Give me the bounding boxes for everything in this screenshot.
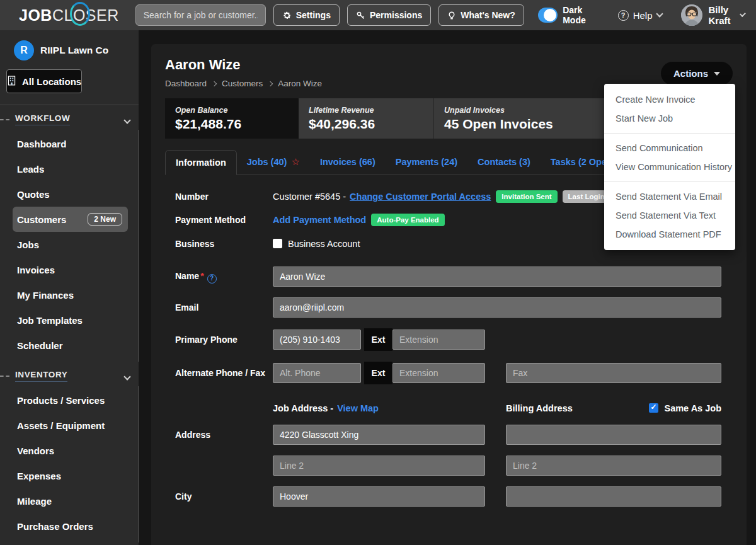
key-icon xyxy=(356,11,365,20)
billing-address-input[interactable] xyxy=(506,425,721,445)
tab-jobs[interactable]: Jobs (40) ☆ xyxy=(237,150,310,175)
email-input[interactable] xyxy=(273,297,721,318)
sidebar-item-purchase-orders[interactable]: Purchase Orders xyxy=(13,513,128,539)
dark-mode-toggle[interactable] xyxy=(538,8,558,23)
chevron-down-icon xyxy=(656,10,663,17)
actions-dropdown-menu: Create New Invoice Start New Job Send Co… xyxy=(604,84,735,250)
primary-phone-label: Primary Phone xyxy=(175,333,273,346)
name-label: Name*? xyxy=(175,270,273,284)
tab-label: Payments (24) xyxy=(396,157,457,167)
breadcrumb-dashboard[interactable]: Dashboard xyxy=(165,79,207,88)
section-header-management[interactable]: MANAGEMENT xyxy=(0,542,139,545)
business-account-checkbox[interactable] xyxy=(273,239,282,248)
chevron-right-icon xyxy=(212,81,217,86)
add-payment-method-link[interactable]: Add Payment Method xyxy=(273,215,366,225)
sidebar-item-mileage[interactable]: Mileage xyxy=(13,488,128,513)
name-input[interactable] xyxy=(273,267,721,287)
billing-line2-input[interactable] xyxy=(506,456,721,476)
sidebar-item-scheduler[interactable]: Scheduler xyxy=(13,333,128,358)
job-city-input[interactable] xyxy=(273,486,485,507)
menu-item-send-communication[interactable]: Send Communication xyxy=(604,139,735,158)
actions-button[interactable]: Actions xyxy=(661,62,733,85)
section-header-inventory[interactable]: INVENTORY xyxy=(0,362,139,386)
help-menu[interactable]: ? Help xyxy=(618,10,662,21)
menu-item-send-statement-email[interactable]: Send Statement Via Email xyxy=(604,187,735,206)
sidebar-item-label: Leads xyxy=(17,164,44,175)
alternate-phone-label: Alternate Phone / Fax xyxy=(175,367,273,379)
company-avatar: R xyxy=(14,40,34,60)
sidebar-item-label: Mileage xyxy=(17,496,52,507)
sidebar-item-label: Expenses xyxy=(17,471,61,481)
sidebar-item-quotes[interactable]: Quotes xyxy=(13,181,128,207)
lightbulb-icon xyxy=(447,11,456,20)
sidebar-item-label: Dashboard xyxy=(17,139,66,149)
sidebar-item-label: Invoices xyxy=(17,265,55,275)
tab-information[interactable]: Information xyxy=(165,150,237,175)
company-row[interactable]: R RIIPL Lawn Co xyxy=(0,30,139,60)
sidebar-item-job-templates[interactable]: Job Templates xyxy=(13,307,128,333)
primary-extension-input[interactable] xyxy=(392,330,485,350)
tab-payments[interactable]: Payments (24) xyxy=(386,150,467,175)
menu-item-send-statement-text[interactable]: Send Statement Via Text xyxy=(604,206,735,225)
menu-divider xyxy=(604,133,735,134)
alt-phone-input[interactable] xyxy=(273,363,361,383)
tab-label: Contacts (3) xyxy=(478,157,530,167)
section-title: WORKFLOW xyxy=(15,113,70,125)
tab-invoices[interactable]: Invoices (66) xyxy=(310,150,386,175)
change-portal-access-link[interactable]: Change Customer Portal Access xyxy=(350,192,491,202)
customer-number: Customer #5645 - xyxy=(273,192,346,202)
alt-extension-input[interactable] xyxy=(392,363,485,383)
name-help-icon[interactable]: ? xyxy=(207,274,217,284)
same-as-job-checkbox[interactable] xyxy=(649,403,658,413)
job-line2-input[interactable] xyxy=(273,456,485,476)
menu-item-view-communication-history[interactable]: View Communication History xyxy=(604,158,735,176)
menu-item-create-new-invoice[interactable]: Create New Invoice xyxy=(604,90,735,109)
email-row: Email xyxy=(175,297,721,318)
section-header-workflow[interactable]: WORKFLOW xyxy=(0,105,139,130)
sidebar-item-leads[interactable]: Leads xyxy=(13,156,128,181)
name-label-text: Name xyxy=(175,271,199,281)
all-locations-button[interactable]: All Locations xyxy=(6,69,82,93)
sidebar-item-vendors[interactable]: Vendors xyxy=(13,438,128,463)
primary-phone-input[interactable] xyxy=(273,330,361,350)
job-address-input[interactable] xyxy=(273,425,485,445)
gear-icon xyxy=(282,11,292,20)
permissions-button-label: Permissions xyxy=(370,10,422,20)
sidebar-item-jobs[interactable]: Jobs xyxy=(13,232,128,257)
sidebar-item-products-services[interactable]: Products / Services xyxy=(13,387,128,413)
menu-item-start-new-job[interactable]: Start New Job xyxy=(604,109,735,128)
permissions-button[interactable]: Permissions xyxy=(347,4,431,26)
required-asterisk: * xyxy=(200,271,203,281)
business-account-label: Business Account xyxy=(288,239,360,249)
breadcrumb-customers[interactable]: Customers xyxy=(222,79,263,88)
logo-ring-o: O xyxy=(73,6,86,25)
settings-button[interactable]: Settings xyxy=(273,4,340,26)
fax-input[interactable] xyxy=(506,363,721,383)
building-icon xyxy=(7,76,16,88)
menu-item-download-statement-pdf[interactable]: Download Statement PDF xyxy=(604,225,735,244)
billing-city-input[interactable] xyxy=(506,486,721,507)
workflow-items: Dashboard Leads Quotes Customers 2 New J… xyxy=(0,130,139,362)
name-row: Name*? xyxy=(175,267,721,287)
sidebar-item-my-finances[interactable]: My Finances xyxy=(13,282,128,307)
user-menu[interactable]: Billy Kraft xyxy=(681,4,745,26)
stat-value: $40,296.36 xyxy=(309,117,423,132)
new-customers-badge: 2 New xyxy=(88,213,122,226)
sidebar-item-expenses[interactable]: Expenses xyxy=(13,463,128,488)
dark-mode-label: Dark Mode xyxy=(563,5,596,25)
inventory-items: Products / Services Assets / Equipment V… xyxy=(0,386,139,542)
caret-down-icon xyxy=(714,72,720,76)
global-search-input[interactable] xyxy=(135,4,266,26)
tab-contacts[interactable]: Contacts (3) xyxy=(467,150,541,175)
chevron-down-icon xyxy=(123,373,130,380)
sidebar-item-customers[interactable]: Customers 2 New xyxy=(13,207,128,232)
address-label: Address xyxy=(175,428,273,441)
sidebar-item-invoices[interactable]: Invoices xyxy=(13,257,128,282)
sidebar-item-dashboard[interactable]: Dashboard xyxy=(13,131,128,156)
app-logo: JOBCLOSER xyxy=(19,6,119,25)
view-map-link[interactable]: View Map xyxy=(337,403,379,413)
sidebar-item-assets-equipment[interactable]: Assets / Equipment xyxy=(13,413,128,438)
whats-new-button[interactable]: What's New? xyxy=(438,4,524,26)
breadcrumb-current: Aaron Wize xyxy=(278,79,322,88)
sidebar-item-label: Purchase Orders xyxy=(17,521,93,532)
